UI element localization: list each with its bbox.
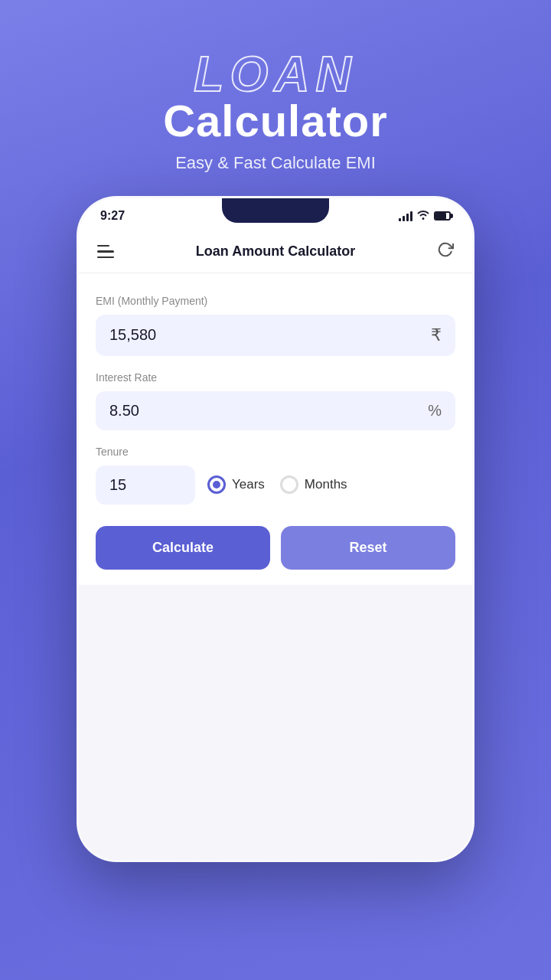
emi-label: EMI (Monthly Payment)	[96, 295, 455, 307]
years-radio-inner	[213, 481, 220, 488]
hamburger-line-mid	[97, 250, 114, 253]
percent-icon: %	[428, 402, 442, 420]
signal-bar-2	[403, 216, 405, 221]
phone-notch	[222, 198, 329, 223]
app-header: LOAN Calculator Easy & Fast Calculate EM…	[163, 46, 388, 173]
interest-input-wrapper: %	[96, 391, 455, 430]
months-radio-option[interactable]: Months	[280, 475, 347, 494]
hamburger-line-top	[97, 245, 109, 247]
tenure-row: Years Months	[96, 466, 455, 505]
header-title: Loan Amount Calculator	[196, 243, 355, 260]
wifi-icon	[417, 209, 429, 222]
form-area: EMI (Monthly Payment) ₹ Interest Rate % …	[79, 273, 472, 585]
status-icons	[399, 209, 451, 222]
hamburger-menu-icon[interactable]	[97, 245, 114, 259]
interest-input[interactable]	[109, 402, 428, 420]
emi-input-wrapper: ₹	[96, 315, 455, 356]
tenure-input-wrapper	[96, 466, 195, 505]
emi-input[interactable]	[109, 326, 431, 344]
years-radio-label: Years	[232, 477, 265, 492]
radio-group: Years Months	[207, 475, 347, 494]
months-radio-label: Months	[305, 477, 347, 492]
calculate-button[interactable]: Calculate	[96, 526, 270, 570]
rupee-icon: ₹	[431, 325, 442, 345]
signal-bar-3	[406, 214, 409, 221]
signal-bar-4	[410, 211, 412, 221]
signal-icon	[399, 211, 412, 221]
status-time: 9:27	[100, 209, 125, 223]
signal-bar-1	[399, 218, 401, 221]
app-header-bar: Loan Amount Calculator	[79, 230, 472, 273]
calculator-title: Calculator	[163, 96, 388, 145]
tenure-input[interactable]	[109, 476, 181, 494]
interest-label: Interest Rate	[96, 371, 455, 384]
phone-frame: 9:27	[77, 196, 474, 862]
tenure-label: Tenure	[96, 446, 455, 458]
loan-title-outline: LOAN	[163, 46, 388, 103]
battery-icon	[434, 211, 451, 220]
years-radio-option[interactable]: Years	[207, 475, 265, 494]
hamburger-line-bot	[97, 256, 114, 259]
years-radio-circle[interactable]	[207, 475, 226, 494]
buttons-row: Calculate Reset	[96, 526, 455, 570]
app-subtitle: Easy & Fast Calculate EMI	[163, 153, 388, 173]
battery-fill	[435, 213, 446, 219]
months-radio-circle[interactable]	[280, 475, 298, 494]
reset-button[interactable]: Reset	[281, 526, 455, 570]
phone-bottom-area	[79, 585, 472, 860]
refresh-icon[interactable]	[437, 241, 454, 262]
